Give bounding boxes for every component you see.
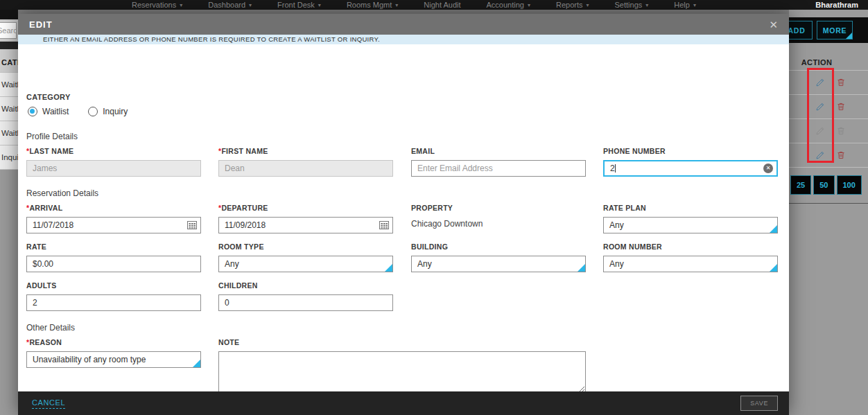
nav-item-label: Night Audit <box>424 1 460 9</box>
bg-left-bottom <box>0 169 18 415</box>
edit-dialog: EDIT ✕ EITHER AN EMAIL ADDRESS OR PHONE … <box>18 14 789 415</box>
radio-option-label: Inquiry <box>103 107 128 116</box>
more-button[interactable]: MORE <box>817 21 853 39</box>
chevron-down-icon: ▾ <box>645 2 648 8</box>
chevron-down-icon: ▾ <box>318 2 321 8</box>
chevron-down-icon: ▾ <box>528 2 530 8</box>
radio-option-waitlist[interactable]: Waitlist <box>28 107 69 116</box>
nav-item-night-audit[interactable]: Night Audit <box>424 1 460 9</box>
nav-item-reports[interactable]: Reports▾ <box>556 1 589 9</box>
field-building: BUILDING Any <box>411 242 586 272</box>
screen: Reservations▾Dashboard▾Front Desk▾Rooms … <box>0 0 868 415</box>
clear-icon[interactable]: ✕ <box>763 164 773 173</box>
last-name-input[interactable] <box>26 160 201 177</box>
delete-trash-icon[interactable] <box>836 126 846 136</box>
cancel-button[interactable]: CANCEL <box>32 398 65 409</box>
section-other-details: Other Details <box>26 323 75 333</box>
room-number-select[interactable]: Any <box>603 256 778 272</box>
reason-value: Unavailability of any room type <box>33 355 146 364</box>
rate-plan-select[interactable]: Any <box>603 217 778 233</box>
arrival-date-input[interactable] <box>26 217 201 233</box>
page-size-button-100[interactable]: 100 <box>837 175 862 195</box>
radio-unselected-icon[interactable] <box>88 107 98 116</box>
field-room-number: ROOM NUMBER Any <box>603 242 778 272</box>
departure-label: *DEPARTURE <box>218 204 393 212</box>
building-select[interactable]: Any <box>411 256 586 272</box>
departure-date-input[interactable] <box>218 217 393 233</box>
adults-label: ADULTS <box>26 281 201 290</box>
delete-trash-icon[interactable] <box>836 78 846 87</box>
note-label: NOTE <box>218 338 586 346</box>
bg-table-row[interactable]: Inquiry <box>0 145 18 169</box>
corner-fold-icon <box>846 33 852 39</box>
close-icon[interactable]: ✕ <box>769 19 778 30</box>
field-email: EMAIL <box>411 147 586 177</box>
calendar-icon[interactable] <box>379 220 390 231</box>
section-reservation-details: Reservation Details <box>26 188 98 198</box>
nav-item-rooms-mgmt[interactable]: Rooms Mgmt▾ <box>347 1 398 9</box>
page-size-button-25[interactable]: 25 <box>790 175 811 195</box>
nav-item-settings[interactable]: Settings▾ <box>615 1 649 9</box>
email-input[interactable] <box>411 160 586 177</box>
nav-item-reservations[interactable]: Reservations▾ <box>132 1 182 9</box>
delete-trash-icon[interactable] <box>836 150 846 160</box>
room-type-select[interactable]: Any <box>218 256 393 272</box>
nav-item-label: Dashboard <box>208 1 245 9</box>
rate-plan-label: RATE PLAN <box>603 204 778 212</box>
nav-item-dashboard[interactable]: Dashboard▾ <box>208 1 252 9</box>
pagination-divider <box>789 203 868 204</box>
field-rate-plan: RATE PLAN Any <box>603 204 778 233</box>
bg-table-row[interactable]: Waitlist <box>0 96 18 121</box>
property-label: PROPERTY <box>411 204 586 212</box>
dialog-body: CATEGORY WaitlistInquiry Profile Details… <box>18 44 789 391</box>
children-input[interactable] <box>218 294 393 311</box>
category-options: WaitlistInquiry <box>28 107 128 116</box>
nav-item-accounting[interactable]: Accounting▾ <box>487 1 530 9</box>
nav-item-help[interactable]: Help▾ <box>674 1 696 9</box>
chevron-down-icon: ▾ <box>693 2 696 8</box>
radio-option-inquiry[interactable]: Inquiry <box>88 107 128 116</box>
radio-selected-icon[interactable] <box>28 107 37 116</box>
field-note: NOTE <box>218 338 586 396</box>
bg-left-dark-band <box>0 42 18 49</box>
bg-table-row[interactable]: Waitlist <box>0 72 18 96</box>
bg-table-left-edge: Search CATEGORY WaitlistWaitlistWaitlist… <box>0 0 18 415</box>
dialog-footer: CANCEL SAVE <box>18 391 789 415</box>
delete-trash-icon[interactable] <box>836 102 846 112</box>
bg-toolbar-band: ADD MORE <box>789 17 868 43</box>
nav-item-label: Rooms Mgmt <box>347 1 392 9</box>
email-label: EMAIL <box>411 147 586 155</box>
field-children: CHILDREN <box>218 281 393 311</box>
dropdown-corner-icon <box>193 360 200 367</box>
action-column-header: ACTION <box>789 58 844 67</box>
reason-select[interactable]: Unavailability of any room type <box>26 351 201 368</box>
chevron-down-icon: ▾ <box>586 2 589 8</box>
text-cursor <box>615 164 616 173</box>
chevron-down-icon: ▾ <box>180 2 182 8</box>
field-rate: RATE <box>26 242 201 272</box>
logged-in-user: Bharathram <box>815 1 858 9</box>
field-last-name: *LAST NAME <box>26 147 201 177</box>
rate-input[interactable] <box>26 256 201 272</box>
first-name-input[interactable] <box>218 160 393 177</box>
calendar-icon[interactable] <box>186 220 198 231</box>
reason-label: *REASON <box>26 338 201 346</box>
field-first-name: *FIRST NAME <box>218 147 393 177</box>
nav-item-front-desk[interactable]: Front Desk▾ <box>277 1 321 9</box>
note-textarea[interactable] <box>218 351 586 393</box>
bg-table-row[interactable]: Waitlist <box>0 121 18 145</box>
save-button[interactable]: SAVE <box>740 396 778 411</box>
page-size-button-50[interactable]: 50 <box>813 175 834 195</box>
nav-item-label: Reports <box>556 1 583 9</box>
dialog-header: EDIT ✕ <box>18 14 789 35</box>
adults-input[interactable] <box>26 294 201 311</box>
children-label: CHILDREN <box>218 281 393 290</box>
field-reason: *REASON Unavailability of any room type <box>26 338 201 368</box>
phone-number-input[interactable] <box>603 160 778 177</box>
phone-number-label: PHONE NUMBER <box>603 147 778 155</box>
nav-item-label: Accounting <box>487 1 524 9</box>
rate-label: RATE <box>26 242 201 251</box>
action-rows-bottom-divider <box>789 167 868 168</box>
red-highlight-box <box>807 68 834 163</box>
search-input[interactable]: Search <box>0 22 17 39</box>
